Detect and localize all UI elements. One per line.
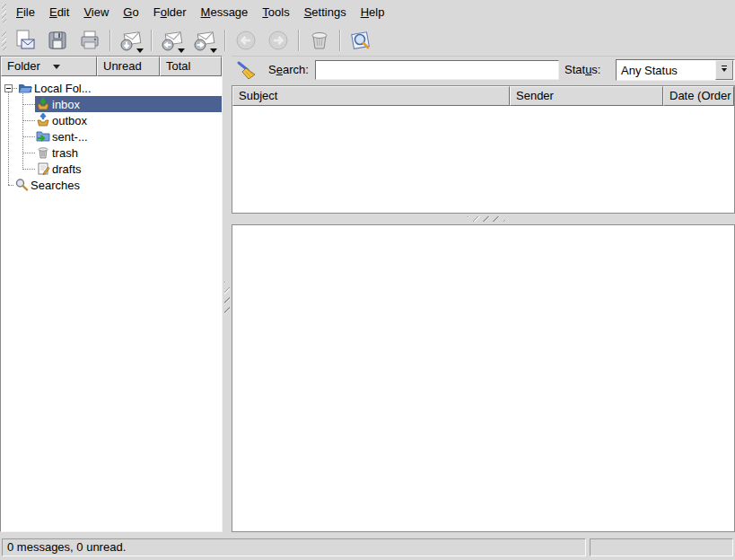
menu-go[interactable]: Go: [116, 2, 145, 23]
toolbar-separator: [151, 30, 153, 51]
column-label: Date (Order o: [669, 87, 734, 105]
column-label: Folder: [7, 57, 40, 75]
folder-row-trash[interactable]: trash: [1, 144, 222, 161]
tree-stub: [22, 104, 35, 105]
save-button[interactable]: [42, 26, 73, 55]
main-toolbar: [0, 25, 735, 57]
menubar-drag-handle[interactable]: [2, 3, 6, 22]
column-label: Unread: [103, 57, 142, 75]
folder-list-header: Folder Unread Total: [1, 57, 222, 76]
horizontal-splitter[interactable]: [232, 214, 735, 224]
tree-stub: [22, 120, 35, 121]
search-folder-icon: [14, 178, 29, 192]
tree-stub: [22, 153, 35, 153]
column-header-date[interactable]: Date (Order o: [663, 86, 734, 106]
drafts-icon: [36, 162, 50, 176]
column-label: Subject: [239, 87, 277, 105]
message-list-panel: Subject Sender Date (Order o: [232, 85, 735, 214]
folder-label: Searches: [31, 179, 80, 192]
quick-search-bar: Search: Status: Any Status: [232, 56, 735, 85]
inbox-icon: [36, 97, 50, 111]
toolbar-separator: [298, 30, 300, 51]
status-message: 0 messages, 0 unread.: [2, 538, 586, 556]
splitter-grip: [468, 216, 505, 222]
toolbar-separator: [339, 30, 341, 51]
folder-open-icon: [18, 81, 32, 95]
tree-stub: [22, 136, 35, 137]
save-icon: [46, 29, 69, 52]
search-doc-icon: [349, 29, 372, 52]
folder-label: outbox: [52, 114, 87, 127]
column-header-sender[interactable]: Sender: [510, 86, 663, 106]
outbox-icon: [36, 113, 50, 127]
toolbar-separator: [109, 30, 111, 51]
back-icon: [234, 29, 258, 52]
column-label: Sender: [516, 87, 554, 105]
menu-help[interactable]: Help: [354, 2, 392, 23]
folder-row-drafts[interactable]: drafts: [1, 161, 222, 177]
status-dropdown[interactable]: Any Status: [616, 59, 735, 81]
folder-tree: Local Fol... inbox outbox: [1, 76, 222, 193]
search-label: Search:: [268, 63, 309, 76]
back-button[interactable]: [231, 26, 261, 55]
folder-label: drafts: [52, 162, 82, 176]
folder-label: sent-...: [52, 130, 88, 144]
vertical-splitter[interactable]: [223, 56, 232, 532]
clear-search-button[interactable]: [234, 58, 259, 83]
folder-row-local-folders[interactable]: Local Fol...: [1, 80, 222, 96]
dropdown-arrow-icon: [178, 48, 185, 53]
menu-view[interactable]: View: [76, 2, 116, 23]
folder-row-outbox[interactable]: outbox: [1, 112, 222, 128]
forward-icon: [267, 29, 290, 52]
splitter-grip: [224, 282, 230, 318]
broom-clear-icon: [236, 60, 258, 82]
sort-descending-icon: [53, 65, 60, 69]
folder-row-sent-mail[interactable]: sent-...: [1, 128, 222, 144]
folder-list-panel: Folder Unread Total Local Fol...: [0, 56, 223, 532]
menu-message[interactable]: Message: [194, 2, 256, 23]
status-bar: 0 messages, 0 unread.: [0, 537, 735, 560]
trash-folder-icon: [36, 145, 50, 160]
print-icon: [78, 29, 101, 52]
trash-icon: [308, 29, 331, 52]
column-header-subject[interactable]: Subject: [232, 86, 510, 106]
menu-edit[interactable]: Edit: [42, 2, 76, 23]
menu-settings[interactable]: Settings: [297, 2, 354, 23]
folder-label: inbox: [52, 98, 80, 111]
tree-stub: [22, 169, 35, 170]
message-list-header: Subject Sender Date (Order o: [232, 86, 734, 106]
folder-row-searches[interactable]: Searches: [1, 177, 222, 193]
toolbar-separator: [224, 30, 226, 51]
column-header-folder[interactable]: Folder: [1, 57, 97, 76]
kmail-window: { "colors": { "selection_bg": "#4a6191",…: [0, 0, 735, 560]
message-preview-pane[interactable]: [232, 224, 735, 532]
dropdown-arrow-icon: [136, 48, 144, 53]
forward-button[interactable]: [189, 26, 220, 55]
print-button[interactable]: [74, 26, 105, 55]
column-header-total[interactable]: Total: [160, 57, 222, 76]
check-mail-button[interactable]: [116, 26, 146, 55]
dropdown-arrow-icon: [210, 48, 217, 53]
menu-folder[interactable]: Folder: [146, 2, 194, 23]
folder-row-inbox[interactable]: inbox: [1, 96, 222, 112]
toolbar-drag-handle[interactable]: [2, 31, 6, 50]
mail-new-icon: [13, 29, 37, 52]
forward-nav-button[interactable]: [263, 26, 293, 55]
status-progress-section: [590, 538, 733, 556]
message-list-body[interactable]: [232, 106, 734, 213]
search-input[interactable]: [315, 60, 559, 80]
trash-button[interactable]: [304, 26, 335, 55]
column-header-unread[interactable]: Unread: [97, 57, 160, 76]
sent-folder-icon: [36, 129, 50, 144]
status-dropdown-value: Any Status: [617, 64, 715, 77]
new-message-button[interactable]: [10, 26, 40, 55]
collapse-expander-icon[interactable]: [4, 84, 13, 92]
column-label: Total: [166, 57, 190, 75]
chevron-down-icon: [722, 68, 727, 72]
menu-bar: File Edit View Go Folder Message Tools S…: [0, 0, 735, 26]
reply-button[interactable]: [157, 26, 188, 55]
menu-file[interactable]: File: [9, 2, 42, 23]
find-messages-button[interactable]: [346, 26, 376, 55]
menu-tools[interactable]: Tools: [255, 2, 296, 23]
status-dropdown-button[interactable]: [715, 60, 733, 80]
